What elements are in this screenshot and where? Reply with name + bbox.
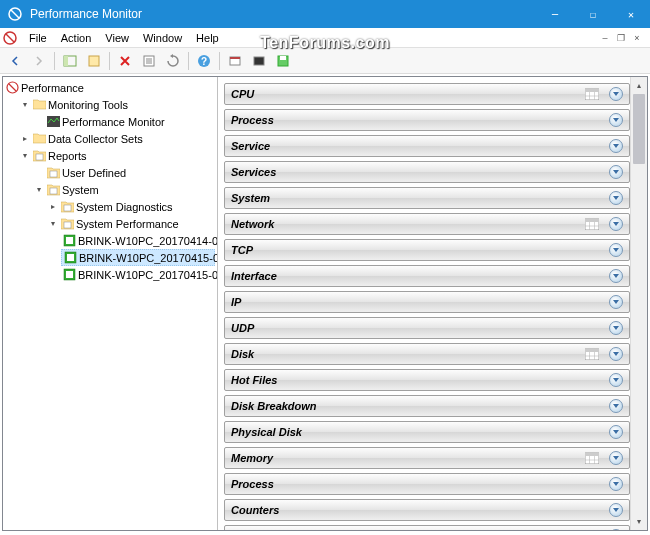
svg-rect-38 [585, 219, 599, 222]
section-header[interactable]: Report Statistics [224, 525, 630, 530]
section-header[interactable]: Memory [224, 447, 630, 469]
view-report-button[interactable] [248, 50, 270, 72]
help-button[interactable]: ? [193, 50, 215, 72]
back-button[interactable] [4, 50, 26, 72]
expand-button[interactable] [609, 373, 623, 387]
show-hide-tree-button[interactable] [59, 50, 81, 72]
section-header[interactable]: Service [224, 135, 630, 157]
section-label: Service [231, 140, 609, 152]
expand-icon[interactable]: ▸ [47, 201, 58, 212]
expand-button[interactable] [609, 139, 623, 153]
save-button[interactable] [272, 50, 294, 72]
new-window-button[interactable] [83, 50, 105, 72]
expand-button[interactable] [609, 503, 623, 517]
expand-button[interactable] [609, 321, 623, 335]
section-header[interactable]: TCP [224, 239, 630, 261]
expand-button[interactable] [609, 217, 623, 231]
section-header[interactable]: Counters [224, 499, 630, 521]
tree-root-performance[interactable]: Performance [5, 79, 215, 96]
section-label: CPU [231, 88, 585, 100]
tree-label: Monitoring Tools [48, 99, 128, 111]
collapse-icon[interactable]: ▾ [33, 184, 44, 195]
expand-button[interactable] [609, 451, 623, 465]
menu-help[interactable]: Help [189, 30, 226, 46]
tree-report-item[interactable]: BRINK-W10PC_20170414-000001 [61, 232, 215, 249]
section-header[interactable]: Network [224, 213, 630, 235]
delete-button[interactable] [114, 50, 136, 72]
section-header[interactable]: Disk Breakdown [224, 395, 630, 417]
expand-button[interactable] [609, 165, 623, 179]
expand-button[interactable] [609, 399, 623, 413]
tree-data-collector-sets[interactable]: ▸ Data Collector Sets [19, 130, 215, 147]
section-header[interactable]: System [224, 187, 630, 209]
menu-action[interactable]: Action [54, 30, 99, 46]
expand-button[interactable] [609, 191, 623, 205]
svg-rect-29 [67, 254, 74, 261]
section-label: Process [231, 478, 609, 490]
reports-icon [60, 200, 74, 214]
expand-button[interactable] [609, 529, 623, 530]
minimize-button[interactable]: ─ [536, 0, 574, 28]
scroll-thumb[interactable] [633, 94, 645, 164]
mdi-restore-button[interactable]: ❐ [614, 33, 628, 43]
tree-report-item-selected[interactable]: BRINK-W10PC_20170415-000002 [61, 249, 215, 266]
menu-file[interactable]: File [22, 30, 54, 46]
tree-user-defined[interactable]: User Defined [33, 164, 215, 181]
tree-system-performance[interactable]: ▾ System Performance [47, 215, 215, 232]
mdi-close-button[interactable]: × [630, 33, 644, 43]
calendar-icon [585, 348, 599, 360]
vertical-scrollbar[interactable]: ▴ ▾ [630, 77, 647, 530]
section-header[interactable]: CPU [224, 83, 630, 105]
expand-button[interactable] [609, 243, 623, 257]
toolbar: ? [0, 48, 650, 74]
tree-performance-monitor[interactable]: Performance Monitor [33, 113, 215, 130]
expand-button[interactable] [609, 477, 623, 491]
section-header[interactable]: Hot Files [224, 369, 630, 391]
section-label: Hot Files [231, 374, 609, 386]
folder-icon [32, 132, 46, 146]
expand-button[interactable] [609, 347, 623, 361]
collapse-icon[interactable]: ▾ [19, 150, 30, 161]
svg-rect-23 [50, 188, 57, 194]
svg-rect-5 [64, 56, 68, 66]
close-button[interactable]: ✕ [612, 0, 650, 28]
expand-button[interactable] [609, 295, 623, 309]
forward-button[interactable] [28, 50, 50, 72]
svg-rect-14 [230, 57, 240, 59]
menu-view[interactable]: View [98, 30, 136, 46]
properties-button[interactable] [138, 50, 160, 72]
section-header[interactable]: Disk [224, 343, 630, 365]
tree-system-diagnostics[interactable]: ▸ System Diagnostics [47, 198, 215, 215]
view-log-button[interactable] [224, 50, 246, 72]
collapse-icon[interactable]: ▾ [19, 99, 30, 110]
section-header[interactable]: Interface [224, 265, 630, 287]
scroll-up-button[interactable]: ▴ [631, 77, 647, 94]
expand-icon[interactable]: ▸ [19, 133, 30, 144]
tree-system[interactable]: ▾ System [33, 181, 215, 198]
mdi-minimize-button[interactable]: – [598, 33, 612, 43]
section-header[interactable]: IP [224, 291, 630, 313]
menu-window[interactable]: Window [136, 30, 189, 46]
expand-button[interactable] [609, 269, 623, 283]
section-header[interactable]: Services [224, 161, 630, 183]
collapse-icon[interactable]: ▾ [47, 218, 58, 229]
expand-button[interactable] [609, 425, 623, 439]
section-header[interactable]: Physical Disk [224, 421, 630, 443]
section-header[interactable]: Process [224, 109, 630, 131]
maximize-button[interactable]: ☐ [574, 0, 612, 28]
expand-button[interactable] [609, 113, 623, 127]
calendar-icon [585, 218, 599, 230]
expand-button[interactable] [609, 87, 623, 101]
tree-reports[interactable]: ▾ Reports [19, 147, 215, 164]
section-header[interactable]: Process [224, 473, 630, 495]
menu-app-icon [2, 30, 18, 46]
tree-monitoring-tools[interactable]: ▾ Monitoring Tools [19, 96, 215, 113]
svg-rect-48 [585, 453, 599, 456]
refresh-button[interactable] [162, 50, 184, 72]
tree-report-item[interactable]: BRINK-W10PC_20170415-000003 [61, 266, 215, 283]
scroll-down-button[interactable]: ▾ [631, 513, 647, 530]
window-title: Performance Monitor [30, 7, 536, 21]
title-bar: Performance Monitor ─ ☐ ✕ [0, 0, 650, 28]
section-header[interactable]: UDP [224, 317, 630, 339]
nav-tree[interactable]: Performance ▾ Monitoring Tools [3, 77, 218, 530]
